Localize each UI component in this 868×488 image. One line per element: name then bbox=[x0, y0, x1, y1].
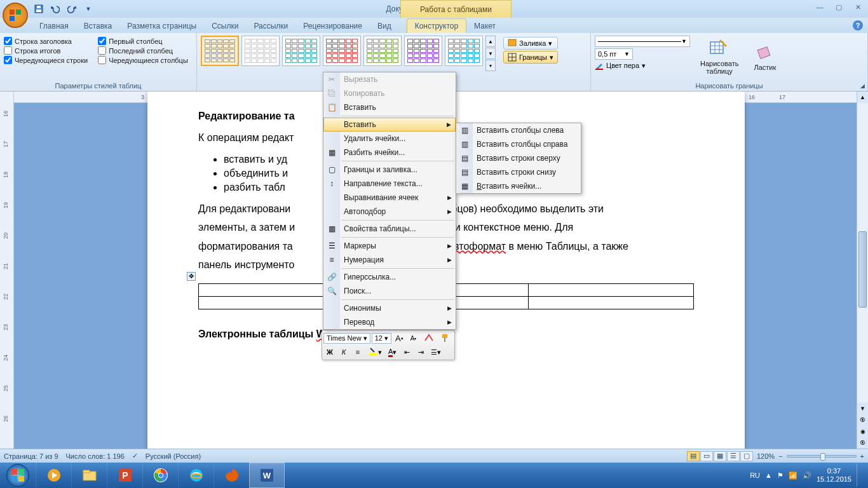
task-word[interactable]: W bbox=[249, 463, 285, 488]
mini-styles[interactable] bbox=[421, 332, 437, 344]
mini-increase-indent[interactable]: ⇥ bbox=[414, 346, 427, 358]
minimize-button[interactable]: ― bbox=[811, 1, 829, 13]
menu-cut[interactable]: ✂Вырезать bbox=[323, 72, 456, 86]
status-words[interactable]: Число слов: 1 196 bbox=[66, 452, 125, 460]
tab-mailings[interactable]: Рассылки bbox=[246, 19, 295, 33]
task-ie[interactable] bbox=[178, 463, 214, 488]
office-button[interactable] bbox=[3, 3, 28, 28]
mini-format-painter[interactable] bbox=[438, 332, 453, 344]
zoom-value[interactable]: 120% bbox=[757, 452, 775, 460]
style-thumb[interactable] bbox=[363, 36, 402, 66]
menu-text-direction[interactable]: ↕Направление текста... bbox=[323, 177, 456, 191]
menu-numbering[interactable]: ≡Нумерация▶ bbox=[323, 253, 456, 267]
zoom-in-button[interactable]: + bbox=[860, 452, 864, 460]
gallery-scroll[interactable]: ▲▼▾ bbox=[485, 36, 496, 71]
zoom-slider[interactable] bbox=[787, 455, 857, 458]
mini-font-select[interactable]: Times New ▾ bbox=[323, 333, 370, 344]
menu-synonyms[interactable]: Синонимы▶ bbox=[323, 301, 456, 315]
prev-page-button[interactable]: ⦿ bbox=[857, 414, 868, 426]
scroll-thumb[interactable] bbox=[858, 231, 867, 308]
check-total-row[interactable]: Строка итогов bbox=[4, 46, 88, 55]
style-thumb[interactable] bbox=[323, 36, 361, 66]
maximize-button[interactable]: ▢ bbox=[830, 1, 848, 13]
borders-button[interactable]: Границы ▾ bbox=[503, 51, 558, 64]
scroll-down-button[interactable]: ▼ bbox=[857, 403, 868, 414]
menu-autofit[interactable]: Автоподбор▶ bbox=[323, 205, 456, 219]
mini-bullets[interactable]: ☰▾ bbox=[428, 346, 444, 358]
tab-view[interactable]: Вид bbox=[370, 19, 399, 33]
task-firefox[interactable] bbox=[214, 463, 249, 488]
tray-volume-icon[interactable]: 🔊 bbox=[803, 471, 811, 480]
line-weight-select[interactable]: 0,5 пт▼ bbox=[595, 48, 633, 60]
qat-more-icon[interactable]: ▼ bbox=[81, 2, 95, 16]
next-page-button[interactable]: ⦿ bbox=[857, 437, 868, 449]
menu-cell-alignment[interactable]: Выравнивание ячеек▶ bbox=[323, 191, 456, 205]
view-outline[interactable]: ☰ bbox=[727, 451, 740, 461]
tray-flag-icon[interactable]: ⚑ bbox=[777, 471, 783, 480]
submenu-cols-left[interactable]: ▥Вставить столбцы слева bbox=[456, 123, 581, 137]
tray-network-icon[interactable]: 📶 bbox=[789, 471, 797, 480]
vertical-ruler[interactable]: 16 17 18 19 20 21 22 23 24 25 26 bbox=[0, 92, 14, 449]
tab-home[interactable]: Главная bbox=[32, 19, 76, 33]
redo-icon[interactable] bbox=[65, 2, 79, 16]
pen-color-button[interactable]: Цвет пера ▾ bbox=[595, 61, 690, 70]
tab-insert[interactable]: Вставка bbox=[76, 19, 120, 33]
style-thumb[interactable] bbox=[282, 36, 320, 66]
menu-lookup[interactable]: 🔍Поиск... bbox=[323, 284, 456, 298]
scroll-up-button[interactable]: ▲ bbox=[857, 92, 868, 103]
table-styles-gallery[interactable]: ▲▼▾ Заливка ▾ Границы ▾ bbox=[201, 36, 587, 71]
tray-clock[interactable]: 0:37 15.12.2015 bbox=[817, 467, 851, 484]
task-powerpoint[interactable]: P bbox=[107, 463, 142, 488]
menu-split-cells[interactable]: ▦Разбить ячейки... bbox=[323, 146, 456, 159]
menu-insert[interactable]: Вставить▶ bbox=[323, 118, 456, 132]
tray-lang[interactable]: RU bbox=[750, 471, 760, 479]
submenu-rows-above[interactable]: ▤Вставить строки сверху bbox=[456, 151, 581, 165]
tab-table-layout[interactable]: Макет bbox=[466, 19, 503, 33]
view-draft[interactable]: ▢ bbox=[740, 451, 753, 461]
group-launcher-icon[interactable]: ◢ bbox=[858, 82, 866, 90]
line-style-select[interactable]: ▼ bbox=[595, 36, 690, 47]
view-full-screen[interactable]: ▭ bbox=[700, 451, 713, 461]
close-button[interactable]: ✕ bbox=[849, 1, 867, 13]
style-thumb[interactable] bbox=[404, 36, 442, 66]
menu-table-properties[interactable]: ▦Свойства таблицы... bbox=[323, 222, 456, 236]
shading-button[interactable]: Заливка ▾ bbox=[503, 37, 558, 50]
submenu-cells[interactable]: ▦Вставить ячейки... bbox=[456, 179, 581, 193]
mini-grow-font[interactable]: A▴ bbox=[393, 332, 406, 344]
tray-show-hidden-icon[interactable]: ▲ bbox=[765, 471, 772, 479]
menu-hyperlink[interactable]: 🔗Гиперссылка... bbox=[323, 270, 456, 284]
style-thumb[interactable] bbox=[445, 36, 483, 66]
status-language[interactable]: Русский (Россия) bbox=[146, 452, 201, 460]
menu-copy[interactable]: ⿻Копировать bbox=[323, 86, 456, 100]
style-thumb[interactable] bbox=[241, 36, 280, 66]
check-first-col[interactable]: Первый столбец bbox=[98, 37, 188, 45]
menu-bullets[interactable]: ☰Маркеры▶ bbox=[323, 239, 456, 253]
zoom-out-button[interactable]: − bbox=[778, 452, 782, 460]
zoom-thumb[interactable] bbox=[820, 453, 825, 461]
style-thumb[interactable] bbox=[201, 36, 239, 66]
submenu-rows-below[interactable]: ▤Вставить строки снизу bbox=[456, 165, 581, 179]
check-header-row[interactable]: Строка заголовка bbox=[4, 37, 88, 45]
check-last-col[interactable]: Последний столбец bbox=[98, 46, 188, 55]
browse-object-button[interactable]: ◉ bbox=[857, 426, 868, 437]
mini-shrink-font[interactable]: A▾ bbox=[407, 332, 420, 344]
mini-size-select[interactable]: 12 ▾ bbox=[372, 333, 391, 344]
vertical-scrollbar[interactable]: ▲ ▼ ⦿ ◉ ⦿ bbox=[857, 92, 868, 449]
mini-center[interactable]: ≡ bbox=[351, 346, 364, 358]
submenu-cols-right[interactable]: ▥Вставить столбцы справа bbox=[456, 137, 581, 151]
eraser-button[interactable]: Ластик bbox=[749, 36, 781, 78]
undo-icon[interactable] bbox=[48, 2, 62, 16]
draw-table-button[interactable]: Нарисовать таблицу bbox=[695, 36, 743, 78]
help-button[interactable]: ? bbox=[853, 20, 863, 30]
menu-delete-cells[interactable]: Удалить ячейки... bbox=[323, 132, 456, 146]
mini-highlight[interactable]: ▾ bbox=[365, 346, 384, 358]
status-page[interactable]: Страница: 7 из 9 bbox=[4, 452, 58, 460]
table-move-handle[interactable]: ✥ bbox=[187, 272, 196, 281]
show-desktop-button[interactable] bbox=[857, 464, 863, 487]
mini-decrease-indent[interactable]: ⇤ bbox=[400, 346, 413, 358]
menu-translate[interactable]: Перевод▶ bbox=[323, 315, 456, 329]
check-banded-rows[interactable]: Чередующиеся строки bbox=[4, 56, 88, 64]
start-button[interactable] bbox=[0, 463, 36, 488]
tab-review[interactable]: Рецензирование bbox=[295, 19, 370, 33]
menu-paste[interactable]: 📋Вставить bbox=[323, 100, 456, 114]
